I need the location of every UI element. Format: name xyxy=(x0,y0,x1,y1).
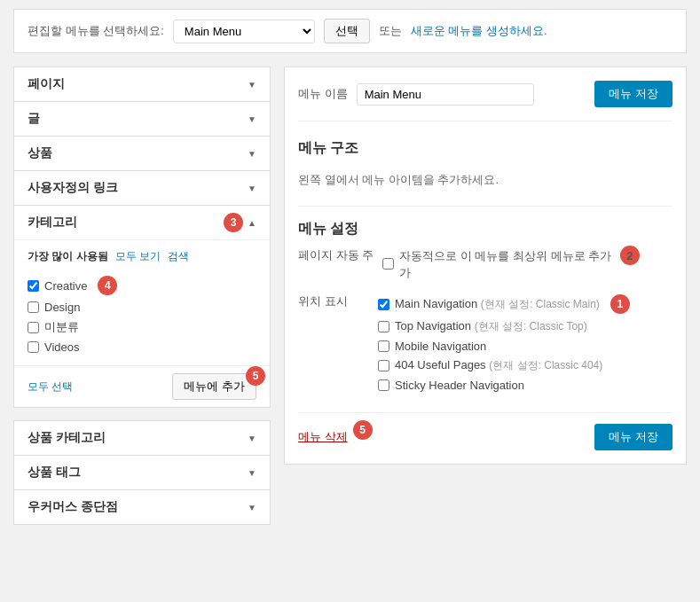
checkbox-mobile-navigation[interactable] xyxy=(378,340,389,352)
category-actions: 모두 선택 메뉴에 추가 5 xyxy=(14,365,270,407)
location-note-2: (현재 설정: Classic Top) xyxy=(475,320,587,332)
main-layout: 페이지 ▼ 글 ▼ 상품 ▼ 사용자정의 xyxy=(13,66,687,524)
accordion-posts: 글 ▼ xyxy=(13,101,271,137)
accordion-custom-links-header[interactable]: 사용자정의 링크 ▼ xyxy=(14,171,270,205)
select-button[interactable]: 선택 xyxy=(324,19,370,43)
menu-structure-section: 메뉴 구조 xyxy=(298,139,672,165)
add-to-menu-button[interactable]: 메뉴에 추가 xyxy=(172,373,256,400)
menu-select-label: 편집할 메뉴를 선택하세요: xyxy=(28,23,164,39)
label-top-navigation[interactable]: Top Navigation (현재 설정: Classic Top) xyxy=(395,319,587,334)
label-main-navigation[interactable]: Main Navigation (현재 설정: Classic Main) xyxy=(395,297,600,312)
checkbox-videos[interactable] xyxy=(28,341,39,353)
list-item: Design xyxy=(28,298,256,317)
location-note-4: (현재 설정: Classic 404) xyxy=(489,359,602,371)
checkbox-uncategorized[interactable] xyxy=(28,322,39,333)
list-item: Top Navigation (현재 설정: Classic Top) xyxy=(378,317,630,337)
auto-add-checkbox[interactable] xyxy=(382,258,394,270)
auto-add-row: 페이지 자동 주 자동적으로 이 메뉴를 최상위 메뉴로 추가 2 가 xyxy=(298,246,672,281)
right-panel: 메뉴 이름 Main Menu 메뉴 저장 메뉴 구조 왼쪽 열에서 메뉴 아이… xyxy=(284,66,687,465)
label-creative[interactable]: Creative xyxy=(44,279,87,293)
label-uncategorized[interactable]: 미분류 xyxy=(44,319,79,335)
tab-most-used[interactable]: 가장 많이 사용됨 xyxy=(28,249,108,264)
checkbox-404-pages[interactable] xyxy=(378,360,389,371)
bottom-bar: 메뉴 삭제 5 메뉴 저장 xyxy=(298,412,672,450)
accordion-custom-links-arrow: ▼ xyxy=(248,184,256,193)
checkbox-sticky-header[interactable] xyxy=(378,379,389,391)
menu-structure-desc: 왼쪽 열에서 메뉴 아이템을 추가하세요. xyxy=(298,172,672,188)
tab-search[interactable]: 검색 xyxy=(168,249,189,264)
accordion-product-tags-header[interactable]: 상품 태그 ▼ xyxy=(14,456,270,489)
accordion-categories-header[interactable]: 카테고리 3 ▲ xyxy=(14,206,270,239)
category-tabs: 가장 많이 사용됨 모두 보기 검색 xyxy=(28,249,256,264)
accordion-product-tags-arrow: ▼ xyxy=(248,468,256,478)
delete-menu-link[interactable]: 메뉴 삭제 xyxy=(298,430,348,443)
accordion-product-tags-label: 상품 태그 xyxy=(28,465,81,481)
checkbox-creative[interactable] xyxy=(28,280,39,292)
top-bar: 편집할 메뉴를 선택하세요: Main Menu 선택 또는 새로운 메뉴를 생… xyxy=(13,9,687,53)
accordion-custom-links: 사용자정의 링크 ▼ xyxy=(13,170,271,206)
accordion-product-categories-arrow: ▼ xyxy=(248,434,256,443)
accordion-pages: 페이지 ▼ xyxy=(13,66,271,102)
list-item: Creative 4 xyxy=(28,273,256,298)
list-item: Main Navigation (현재 설정: Classic Main) 1 xyxy=(378,292,630,317)
accordion-woocommerce-endpoints-arrow: ▼ xyxy=(248,503,256,512)
accordion-products-header[interactable]: 상품 ▼ xyxy=(14,137,270,170)
list-item: 미분류 xyxy=(28,317,256,338)
tab-view-all[interactable]: 모두 보기 xyxy=(115,249,161,264)
label-design[interactable]: Design xyxy=(44,301,80,314)
list-item: Sticky Header Navigation xyxy=(378,376,630,395)
accordion-product-categories: 상품 카테고리 ▼ xyxy=(13,420,271,456)
accordion-categories-label: 카테고리 xyxy=(28,215,77,231)
accordion-categories: 카테고리 3 ▲ 가장 많이 사용됨 모두 보기 검색 xyxy=(13,205,271,408)
settings-title-row: 메뉴 설정 xyxy=(298,220,672,246)
accordion-posts-header[interactable]: 글 ▼ xyxy=(14,102,270,136)
bottom-accordions: 상품 카테고리 ▼ 상품 태그 ▼ 우커머스 종단점 ▼ xyxy=(13,420,271,525)
save-menu-button-top[interactable]: 메뉴 저장 xyxy=(594,81,672,107)
accordion-products: 상품 ▼ xyxy=(13,136,271,171)
location-row: 위치 표시 Main Navigation (현재 설정: Classic Ma… xyxy=(298,292,672,395)
menu-name-label: 메뉴 이름 xyxy=(298,86,348,102)
accordion-pages-header[interactable]: 페이지 ▼ xyxy=(14,67,270,101)
select-all-link[interactable]: 모두 선택 xyxy=(28,379,73,395)
accordion-posts-arrow: ▼ xyxy=(248,114,256,124)
accordion-pages-label: 페이지 xyxy=(28,76,65,92)
location-list: Main Navigation (현재 설정: Classic Main) 1 … xyxy=(378,292,630,395)
menu-name-input[interactable]: Main Menu xyxy=(357,83,534,106)
or-text: 또는 xyxy=(379,23,402,39)
menu-select[interactable]: Main Menu xyxy=(173,20,315,43)
checkbox-design[interactable] xyxy=(28,301,39,313)
badge-2: 2 xyxy=(620,246,640,265)
accordion-product-tags: 상품 태그 ▼ xyxy=(13,455,271,490)
category-checkbox-list: Creative 4 Design 미분류 xyxy=(28,273,256,356)
accordion-product-categories-header[interactable]: 상품 카테고리 ▼ xyxy=(14,421,270,455)
badge-5: 5 xyxy=(353,420,373,440)
create-menu-link[interactable]: 새로운 메뉴를 생성하세요. xyxy=(411,23,547,39)
label-videos[interactable]: Videos xyxy=(44,340,80,354)
settings-title: 메뉴 설정 xyxy=(298,220,358,238)
label-sticky-header[interactable]: Sticky Header Navigation xyxy=(395,379,524,392)
label-404-pages[interactable]: 404 Useful Pages (현재 설정: Classic 404) xyxy=(395,358,602,373)
auto-add-content: 자동적으로 이 메뉴를 최상위 메뉴로 추가 2 가 xyxy=(382,246,640,281)
accordion-product-categories-label: 상품 카테고리 xyxy=(28,430,106,446)
accordion-categories-arrow: ▲ xyxy=(248,218,256,228)
left-panel: 페이지 ▼ 글 ▼ 상품 ▼ 사용자정의 xyxy=(13,66,271,524)
accordion-custom-links-label: 사용자정의 링크 xyxy=(28,180,118,196)
accordion-products-arrow: ▼ xyxy=(248,149,256,159)
checkbox-main-navigation[interactable] xyxy=(378,299,389,310)
label-mobile-navigation[interactable]: Mobile Navigation xyxy=(395,340,486,353)
accordion-woocommerce-endpoints: 우커머스 종단점 ▼ xyxy=(13,489,271,525)
save-menu-button-bottom[interactable]: 메뉴 저장 xyxy=(594,424,672,450)
auto-add-label: 페이지 자동 주 xyxy=(298,246,374,263)
badge-1: 1 xyxy=(610,294,630,314)
badge-5-left: 5 xyxy=(246,366,265,386)
list-item: 404 Useful Pages (현재 설정: Classic 404) xyxy=(378,356,630,376)
accordion-categories-content: 가장 많이 사용됨 모두 보기 검색 Creative 4 D xyxy=(14,239,270,365)
location-note-1: (현재 설정: Classic Main) xyxy=(481,298,600,310)
list-item: Mobile Navigation xyxy=(378,337,630,356)
accordion-woocommerce-endpoints-header[interactable]: 우커머스 종단점 ▼ xyxy=(14,490,270,524)
auto-add-text: 자동적으로 이 메뉴를 최상위 메뉴로 추가 2 가 xyxy=(399,246,640,281)
checkbox-top-navigation[interactable] xyxy=(378,321,389,332)
badge-3: 3 xyxy=(224,213,243,232)
accordion-posts-label: 글 xyxy=(28,111,40,127)
badge-4: 4 xyxy=(98,276,117,295)
